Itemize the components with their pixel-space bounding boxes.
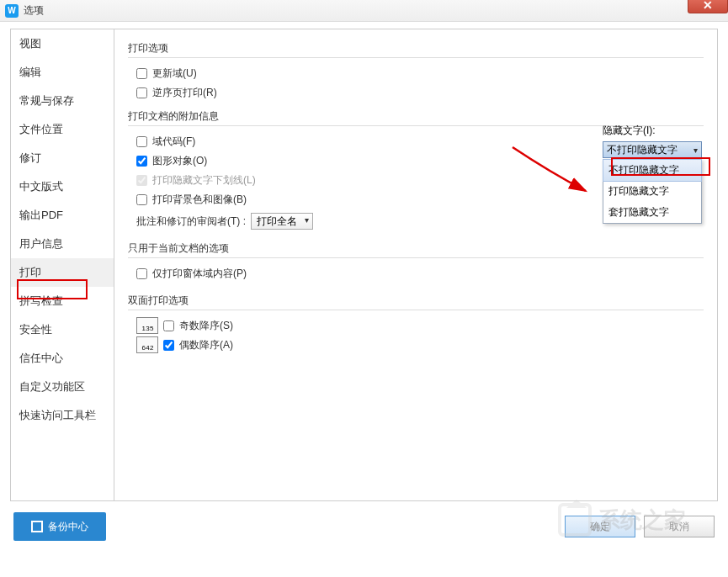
hidden-text-opt-1[interactable]: 打印隐藏文字 bbox=[603, 181, 701, 202]
checkbox-update-field[interactable] bbox=[136, 68, 147, 79]
sidebar: 视图 编辑 常规与保存 文件位置 修订 中文版式 输出PDF 用户信息 打印 拼… bbox=[10, 29, 114, 501]
opt-form-only[interactable]: 仅打印窗体域内容(P) bbox=[136, 265, 704, 282]
ok-button[interactable]: 确定 bbox=[565, 516, 635, 537]
section-doc-attach: 打印文档的附加信息 bbox=[128, 109, 704, 124]
hidden-text-label: 隐藏文字(I): bbox=[603, 124, 707, 138]
section-print-options: 打印选项 bbox=[128, 41, 704, 56]
checkbox-hidden-underline bbox=[136, 175, 147, 186]
sidebar-item-chinese-layout[interactable]: 中文版式 bbox=[11, 172, 114, 201]
app-icon: W bbox=[5, 4, 19, 18]
hidden-text-combo[interactable]: 不打印隐藏文字 bbox=[603, 141, 702, 158]
opt-reverse-print[interactable]: 逆序页打印(R) bbox=[136, 84, 704, 101]
footer: 备份中心 确定 取消 系统之家 bbox=[0, 501, 728, 552]
content-panel: 打印选项 更新域(U) 逆序页打印(R) 打印文档的附加信息 域代码(F) 图形… bbox=[114, 29, 718, 501]
sidebar-item-custom-ribbon[interactable]: 自定义功能区 bbox=[11, 373, 114, 401]
even-pages-icon: 6 4 2 bbox=[136, 336, 158, 353]
sidebar-item-general-save[interactable]: 常规与保存 bbox=[11, 87, 114, 115]
odd-pages-icon: 1 3 5 bbox=[136, 317, 158, 334]
window-title: 选项 bbox=[24, 3, 44, 18]
cancel-button[interactable]: 取消 bbox=[644, 516, 715, 537]
checkbox-odd-desc[interactable] bbox=[163, 320, 174, 331]
hidden-text-opt-2[interactable]: 套打隐藏文字 bbox=[603, 202, 701, 223]
opt-update-field[interactable]: 更新域(U) bbox=[136, 65, 704, 82]
sidebar-item-trust-center[interactable]: 信任中心 bbox=[11, 344, 114, 373]
checkbox-field-code[interactable] bbox=[136, 136, 147, 147]
sidebar-item-output-pdf[interactable]: 输出PDF bbox=[11, 201, 114, 230]
checkbox-background[interactable] bbox=[136, 194, 147, 205]
hidden-text-block: 隐藏文字(I): 不打印隐藏文字 不打印隐藏文字 打印隐藏文字 套打隐藏文字 bbox=[603, 124, 707, 224]
sidebar-item-security[interactable]: 安全性 bbox=[11, 315, 114, 344]
sidebar-item-user-info[interactable]: 用户信息 bbox=[11, 230, 114, 258]
section-current-doc: 只用于当前文档的选项 bbox=[128, 241, 704, 256]
sidebar-item-revision[interactable]: 修订 bbox=[11, 144, 114, 172]
sidebar-item-view[interactable]: 视图 bbox=[11, 29, 114, 58]
titlebar: W 选项 ✕ bbox=[0, 0, 728, 22]
checkbox-form-only[interactable] bbox=[136, 268, 147, 279]
hidden-text-dropdown: 不打印隐藏文字 打印隐藏文字 套打隐藏文字 bbox=[603, 159, 702, 224]
sidebar-item-edit[interactable]: 编辑 bbox=[11, 58, 114, 87]
opt-odd-desc[interactable]: 1 3 5 奇数降序(S) bbox=[136, 317, 704, 334]
sidebar-item-file-location[interactable]: 文件位置 bbox=[11, 115, 114, 144]
checkbox-graphics[interactable] bbox=[136, 156, 147, 167]
section-duplex: 双面打印选项 bbox=[128, 294, 704, 308]
opt-even-desc[interactable]: 6 4 2 偶数降序(A) bbox=[136, 336, 704, 353]
checkbox-even-desc[interactable] bbox=[163, 340, 174, 351]
backup-icon bbox=[31, 521, 43, 532]
sidebar-item-quick-access[interactable]: 快速访问工具栏 bbox=[11, 401, 114, 430]
hidden-text-opt-0[interactable]: 不打印隐藏文字 bbox=[603, 159, 702, 182]
close-button[interactable]: ✕ bbox=[688, 0, 728, 13]
checkbox-reverse-print[interactable] bbox=[136, 87, 147, 98]
reviewer-combo[interactable]: 打印全名 bbox=[251, 213, 313, 230]
sidebar-item-print[interactable]: 打印 bbox=[11, 258, 114, 287]
sidebar-item-spellcheck[interactable]: 拼写检查 bbox=[11, 287, 114, 315]
backup-center-button[interactable]: 备份中心 bbox=[13, 512, 106, 541]
